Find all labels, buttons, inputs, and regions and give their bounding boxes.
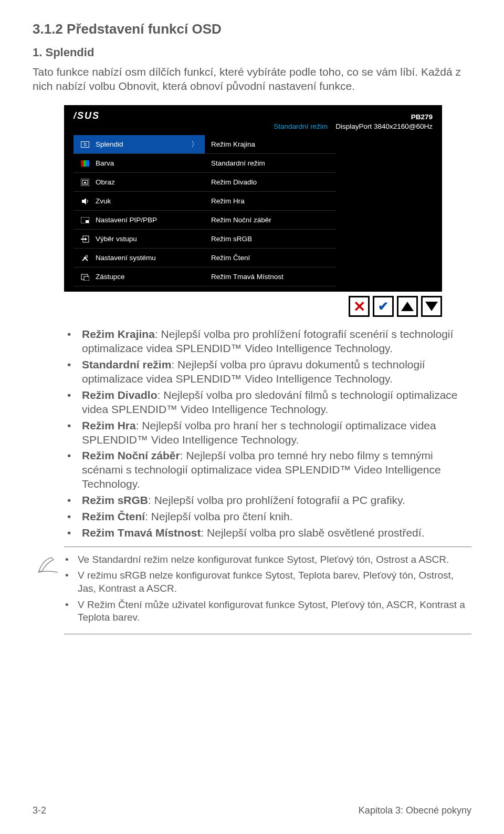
osd-control-buttons: ✕ ✔ <box>64 296 442 317</box>
osd-menu-label: Nastavení PIP/PBP <box>96 216 198 224</box>
page-number: 3-2 <box>33 805 46 816</box>
osd-model-label: PB279 <box>74 112 433 122</box>
section-heading: 3.1.2 Představení funkcí OSD <box>33 21 471 37</box>
osd-menu-label: Zvuk <box>96 197 198 205</box>
svg-rect-0 <box>81 160 83 167</box>
osd-menu-input[interactable]: Výběr vstupu <box>74 230 205 249</box>
osd-left-column: S Splendid 〉 Barva Obraz <box>74 135 205 286</box>
osd-option[interactable]: Režim Krajina <box>205 135 336 154</box>
close-icon: ✕ <box>353 298 365 315</box>
divider <box>64 634 471 634</box>
osd-menu-color[interactable]: Barva <box>74 154 205 173</box>
list-item: Režim Čtení: Nejlepší volba pro čtení kn… <box>64 510 471 524</box>
osd-menu-shortcut[interactable]: Zástupce <box>74 267 205 286</box>
osd-option[interactable]: Režim Noční záběr <box>205 211 336 230</box>
osd-option[interactable]: Režim Čtení <box>205 249 336 267</box>
list-item: Standardní režim: Nejlepší volba pro úpr… <box>64 358 471 386</box>
close-button[interactable]: ✕ <box>349 296 370 317</box>
osd-status-mode: Standardní režim <box>274 122 328 130</box>
osd-menu-label: Obraz <box>96 178 198 186</box>
osd-status-signal: DisplayPort 3840x2160@60Hz <box>335 122 433 130</box>
svg-rect-1 <box>83 160 86 167</box>
pip-icon <box>80 216 90 224</box>
osd-option[interactable]: Standardní režim <box>205 154 336 173</box>
triangle-up-icon <box>401 302 414 311</box>
note-item: Ve Standardní režim nelze konfigurovat f… <box>63 553 471 567</box>
osd-right-column: Režim Krajina Standardní režim Režim Div… <box>205 135 336 286</box>
shortcut-icon <box>80 273 90 281</box>
svg-marker-11 <box>85 238 87 241</box>
page-footer: 3-2 Kapitola 3: Obecné pokyny <box>0 805 504 816</box>
note-item: V režimu sRGB nelze konfigurovat funkce … <box>63 569 471 595</box>
note-block: Ve Standardní režim nelze konfigurovat f… <box>33 553 471 627</box>
chapter-label: Kapitola 3: Obecné pokyny <box>359 805 471 816</box>
item-heading: 1. Splendid <box>33 46 471 59</box>
splendid-icon: S <box>80 140 90 149</box>
mode-descriptions: Režim Krajina: Nejlepší volba pro prohlí… <box>64 327 471 540</box>
osd-option[interactable]: Režim Divadlo <box>205 173 336 192</box>
osd-menu-pip[interactable]: Nastavení PIP/PBP <box>74 211 205 230</box>
svg-marker-5 <box>83 181 87 183</box>
osd-menu-label: Splendid <box>96 140 187 148</box>
osd-menu-label: Nastavení systému <box>96 254 198 262</box>
down-button[interactable] <box>421 296 442 317</box>
note-item: V Režim Čtení může uživatel konfigurovat… <box>63 599 471 624</box>
osd-option[interactable]: Režim Tmavá Místnost <box>205 267 336 286</box>
note-pen-icon <box>33 553 63 627</box>
list-item: Režim Divadlo: Nejlepší volba pro sledov… <box>64 388 471 417</box>
input-icon <box>80 235 90 243</box>
osd-menu-label: Výběr vstupu <box>96 235 198 243</box>
osd-menu-splendid[interactable]: S Splendid 〉 <box>74 135 205 154</box>
svg-rect-2 <box>86 160 89 167</box>
intro-paragraph: Tato funkce nabízí osm dílčích funkcí, k… <box>33 65 471 94</box>
osd-menu-label: Barva <box>96 159 198 167</box>
osd-menu-image[interactable]: Obraz <box>74 173 205 192</box>
list-item: Režim sRGB: Nejlepší volba pro prohlížen… <box>64 493 471 508</box>
osd-menu-system[interactable]: Nastavení systému <box>74 249 205 267</box>
color-icon <box>80 159 90 168</box>
chevron-right-icon: 〉 <box>191 140 198 149</box>
svg-marker-6 <box>82 198 86 204</box>
svg-point-14 <box>86 255 88 258</box>
osd-panel: /SUS PB279 Standardní režim DisplayPort … <box>64 105 442 292</box>
osd-menu-sound[interactable]: Zvuk <box>74 192 205 211</box>
divider <box>64 547 471 547</box>
brand-logo: /SUS <box>74 110 100 121</box>
list-item: Režim Hra: Nejlepší volba pro hraní her … <box>64 419 471 447</box>
list-item: Režim Tmavá Místnost: Nejlepší volba pro… <box>64 526 471 540</box>
confirm-button[interactable]: ✔ <box>373 296 394 317</box>
list-item: Režim Noční záběr: Nejlepší volba pro te… <box>64 449 471 491</box>
svg-rect-8 <box>86 220 89 223</box>
speaker-icon <box>80 197 90 205</box>
svg-rect-16 <box>84 276 89 281</box>
tools-icon <box>80 254 90 262</box>
up-button[interactable] <box>397 296 418 317</box>
image-icon <box>80 178 90 187</box>
check-icon: ✔ <box>378 299 388 314</box>
list-item: Režim Krajina: Nejlepší volba pro prohlí… <box>64 327 471 356</box>
note-list: Ve Standardní režim nelze konfigurovat f… <box>63 553 471 627</box>
osd-menu-label: Zástupce <box>96 273 198 281</box>
triangle-down-icon <box>425 302 438 311</box>
osd-option[interactable]: Režim Hra <box>205 192 336 211</box>
osd-option[interactable]: Režim sRGB <box>205 230 336 249</box>
